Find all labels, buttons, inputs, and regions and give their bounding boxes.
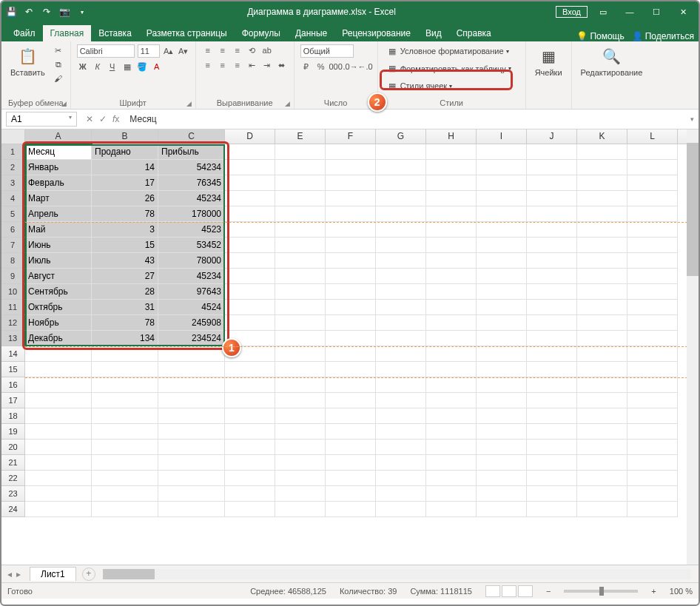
- cell[interactable]: [326, 346, 376, 362]
- cell[interactable]: [376, 424, 426, 440]
- cell[interactable]: [92, 455, 158, 471]
- zoom-in-icon[interactable]: +: [651, 587, 656, 596]
- cell[interactable]: [225, 144, 275, 160]
- row-header[interactable]: 2: [1, 160, 25, 175]
- cell[interactable]: Сентябрь: [25, 284, 92, 300]
- cell[interactable]: [25, 377, 92, 393]
- cell[interactable]: [577, 471, 627, 486]
- cell[interactable]: 53452: [158, 238, 225, 253]
- cell[interactable]: [426, 362, 477, 377]
- cell[interactable]: [627, 269, 678, 284]
- cell[interactable]: [92, 346, 158, 362]
- cell[interactable]: Месяц: [25, 144, 92, 160]
- cell[interactable]: [376, 440, 426, 455]
- maximize-icon[interactable]: ☐: [645, 4, 667, 19]
- cell[interactable]: [627, 440, 678, 455]
- cell[interactable]: [326, 284, 376, 300]
- cell[interactable]: [326, 160, 376, 175]
- cell[interactable]: [326, 253, 376, 269]
- row-header[interactable]: 4: [1, 191, 25, 206]
- cell[interactable]: [326, 300, 376, 315]
- cell[interactable]: [275, 424, 326, 440]
- row-header[interactable]: 16: [1, 377, 25, 393]
- cell[interactable]: [527, 238, 577, 253]
- save-icon[interactable]: 💾: [6, 7, 16, 17]
- cell-styles-button[interactable]: ▦Стили ячеек▾: [384, 79, 519, 92]
- cell[interactable]: [158, 471, 225, 486]
- cell[interactable]: [627, 455, 678, 471]
- cell[interactable]: [275, 191, 326, 206]
- cell[interactable]: [426, 377, 477, 393]
- cell[interactable]: [275, 300, 326, 315]
- cell[interactable]: [426, 331, 477, 346]
- column-header[interactable]: A: [25, 129, 92, 144]
- column-header[interactable]: D: [225, 129, 275, 144]
- cell[interactable]: [426, 455, 477, 471]
- cell[interactable]: [376, 471, 426, 486]
- cell[interactable]: [225, 408, 275, 424]
- cell[interactable]: [627, 300, 678, 315]
- column-header[interactable]: C: [158, 129, 225, 144]
- cell[interactable]: [275, 440, 326, 455]
- cell[interactable]: [527, 486, 577, 502]
- cell[interactable]: [275, 471, 326, 486]
- cell[interactable]: [477, 331, 527, 346]
- close-icon[interactable]: ✕: [672, 4, 694, 19]
- tab-view[interactable]: Вид: [418, 25, 449, 41]
- cell[interactable]: [426, 284, 477, 300]
- minimize-icon[interactable]: —: [619, 4, 641, 19]
- zoom-level[interactable]: 100 %: [670, 587, 693, 596]
- cell[interactable]: 78: [92, 206, 158, 222]
- cell[interactable]: [527, 424, 577, 440]
- cell[interactable]: [326, 238, 376, 253]
- row-header[interactable]: 5: [1, 206, 25, 222]
- cell[interactable]: [376, 206, 426, 222]
- cell[interactable]: [25, 471, 92, 486]
- row-header[interactable]: 8: [1, 253, 25, 269]
- tab-pagelayout[interactable]: Разметка страницы: [139, 25, 235, 41]
- cell[interactable]: [376, 253, 426, 269]
- column-header[interactable]: E: [275, 129, 326, 144]
- format-as-table-button[interactable]: ▦Форматировать как таблицу▾: [384, 62, 519, 75]
- cell[interactable]: [326, 455, 376, 471]
- cell[interactable]: [426, 471, 477, 486]
- cell[interactable]: [25, 346, 92, 362]
- align-bottom-icon[interactable]: ≡: [232, 44, 243, 56]
- cell[interactable]: [477, 424, 527, 440]
- view-buttons[interactable]: [485, 585, 533, 597]
- cell[interactable]: [527, 160, 577, 175]
- cell[interactable]: 3: [92, 222, 158, 238]
- cell[interactable]: [158, 408, 225, 424]
- cell[interactable]: [275, 362, 326, 377]
- undo-icon[interactable]: ↶: [24, 7, 34, 17]
- cell[interactable]: [225, 284, 275, 300]
- cell[interactable]: Июль: [25, 253, 92, 269]
- column-header[interactable]: B: [92, 129, 158, 144]
- cell[interactable]: [326, 331, 376, 346]
- row-header[interactable]: 20: [1, 440, 25, 455]
- cell[interactable]: [477, 284, 527, 300]
- cell[interactable]: [158, 424, 225, 440]
- comma-icon[interactable]: 000: [330, 61, 342, 73]
- cell[interactable]: [376, 191, 426, 206]
- cell[interactable]: [426, 269, 477, 284]
- cell[interactable]: [158, 440, 225, 455]
- sheet-nav[interactable]: ◂▸: [1, 569, 27, 579]
- cell[interactable]: 234524: [158, 331, 225, 346]
- cell[interactable]: [627, 144, 678, 160]
- underline-icon[interactable]: Ч: [107, 61, 118, 73]
- row-header[interactable]: 6: [1, 222, 25, 238]
- row-header[interactable]: 21: [1, 455, 25, 471]
- cell[interactable]: [225, 315, 275, 331]
- cell[interactable]: [225, 362, 275, 377]
- cell[interactable]: [25, 486, 92, 502]
- row-header[interactable]: 14: [1, 346, 25, 362]
- cell[interactable]: [527, 191, 577, 206]
- zoom-slider[interactable]: [564, 590, 638, 593]
- cell[interactable]: [627, 222, 678, 238]
- row-header[interactable]: 11: [1, 300, 25, 315]
- cell[interactable]: [477, 222, 527, 238]
- font-color-icon[interactable]: A: [151, 61, 163, 73]
- cell[interactable]: [577, 160, 627, 175]
- cell[interactable]: [627, 362, 678, 377]
